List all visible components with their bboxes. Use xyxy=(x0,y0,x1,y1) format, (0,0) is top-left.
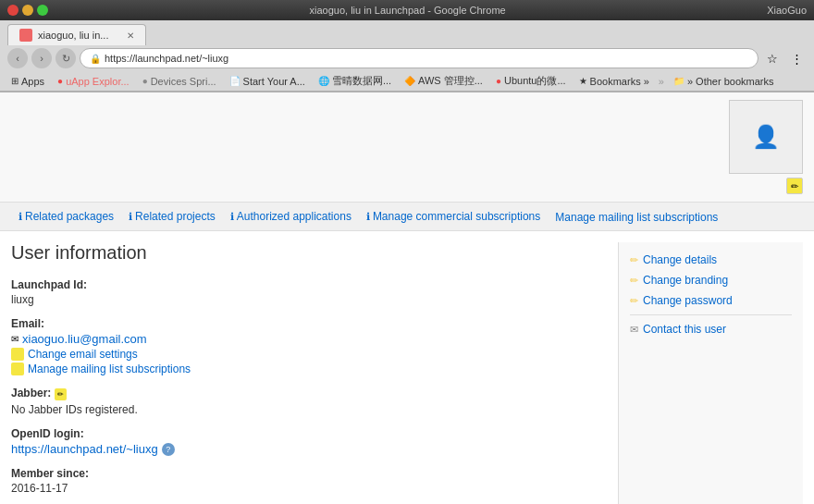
tab-bar: xiaoguo, liu in... ✕ xyxy=(0,20,814,45)
openid-link[interactable]: https://launchpad.net/~liuxg xyxy=(11,442,158,456)
bookmark-snow[interactable]: 🌐 雪晴数据网... xyxy=(314,73,395,89)
edit-avatar-button[interactable]: ✏ xyxy=(786,178,803,194)
jabber-value: No Jabber IDs registered. xyxy=(11,403,599,416)
bookmark-uapp-label: uApp Explor... xyxy=(66,76,130,87)
envelope-icon: ✉ xyxy=(630,324,638,336)
bookmark-devices-label: Devices Spri... xyxy=(151,76,216,87)
jabber-section: Jabber: ✏ No Jabber IDs registered. xyxy=(11,387,599,416)
change-branding-action[interactable]: ✏ Change branding xyxy=(630,274,792,287)
bookmark-snow-label: 雪晴数据网... xyxy=(332,74,391,88)
ubuntu-icon: ● xyxy=(496,76,501,86)
related-packages-label: Related packages xyxy=(25,210,114,223)
related-packages-link[interactable]: ℹ Related packages xyxy=(11,208,121,225)
info-icon-projects: ℹ xyxy=(129,211,132,223)
bookmarks-bar: ⊞ Apps ● uApp Explor... ● Devices Spri..… xyxy=(0,71,814,92)
sidebar-panel: ✏ Change details ✏ Change branding ✏ Cha… xyxy=(618,242,803,504)
bookmark-bookmarks[interactable]: ★ Bookmarks » xyxy=(575,75,653,88)
pencil-icon-branding: ✏ xyxy=(630,275,638,287)
member-since-section: Member since: 2016-11-17 xyxy=(11,467,599,495)
related-projects-link[interactable]: ℹ Related projects xyxy=(121,208,223,225)
pencil-icon-details: ✏ xyxy=(630,254,638,266)
devices-icon: ● xyxy=(142,76,148,86)
openid-section: OpenID login: https://launchpad.net/~liu… xyxy=(11,427,599,456)
forward-button[interactable]: › xyxy=(31,48,52,68)
bookmark-bookmarks-label: Bookmarks » xyxy=(590,76,649,87)
window-controls[interactable] xyxy=(7,5,48,16)
pencil-icon-password: ✏ xyxy=(630,295,638,307)
jabber-label-row: Jabber: ✏ xyxy=(11,387,599,401)
nav-bar: ‹ › ↻ 🔒 https://launchpad.net/~liuxg ☆ ⋮ xyxy=(0,45,814,71)
ssl-lock-icon: 🔒 xyxy=(90,54,101,64)
bookmark-other[interactable]: 📁 » Other bookmarks xyxy=(670,75,778,88)
bookmark-uapp[interactable]: ● uApp Explor... xyxy=(54,75,133,88)
contact-user-action[interactable]: ✉ Contact this user xyxy=(630,323,792,336)
manage-mailing-label: Manage mailing list subscriptions xyxy=(555,211,718,224)
authorized-apps-link[interactable]: ℹ Authorized applications xyxy=(223,208,359,225)
url-text: https://launchpad.net/~liuxg xyxy=(105,53,228,64)
change-details-action[interactable]: ✏ Change details xyxy=(630,253,792,266)
email-section: Email: ✉ xiaoguo.liu@gmail.com ✏ Change … xyxy=(11,317,599,375)
left-panel: User information Launchpad Id: liuxg Ema… xyxy=(11,242,599,504)
change-password-action[interactable]: ✏ Change password xyxy=(630,294,792,307)
change-email-action[interactable]: ✏ Change email settings xyxy=(11,348,599,361)
snow-icon: 🌐 xyxy=(318,76,329,86)
email-value-row: ✉ xiaoguo.liu@gmail.com xyxy=(11,332,599,346)
edit-jabber-button[interactable]: ✏ xyxy=(55,388,67,400)
member-since-value: 2016-11-17 xyxy=(11,482,599,495)
bookmark-ubuntu[interactable]: ● Ubuntu的微... xyxy=(492,73,570,89)
tab-close-button[interactable]: ✕ xyxy=(127,31,134,41)
tab-favicon xyxy=(19,29,32,42)
browser-chrome: xiaoguo, liu in... ✕ ‹ › ↻ 🔒 https://lau… xyxy=(0,20,814,92)
manage-mailing-action[interactable]: ✏ Manage mailing list subscriptions xyxy=(11,363,599,375)
user-avatar: 👤 xyxy=(729,100,803,174)
os-user: XiaoGuo xyxy=(767,5,807,16)
apps-grid-icon: ⊞ xyxy=(11,76,18,86)
bookmark-start[interactable]: 📄 Start Your A... xyxy=(226,75,309,88)
minimize-button[interactable] xyxy=(22,5,33,16)
menu-button[interactable]: ⋮ xyxy=(786,48,807,68)
page-header: 👤 ✏ xyxy=(0,92,814,203)
header-right: 👤 ✏ xyxy=(729,100,803,194)
page-title: User information xyxy=(11,242,599,264)
related-projects-label: Related projects xyxy=(135,210,216,223)
nav-icons: ☆ ⋮ xyxy=(762,48,807,68)
launchpad-id-section: Launchpad Id: liuxg xyxy=(11,278,599,306)
bookmark-aws[interactable]: 🔶 AWS 管理控... xyxy=(401,73,487,89)
star-icon: ★ xyxy=(579,76,587,86)
bookmark-aws-label: AWS 管理控... xyxy=(418,74,483,88)
url-bar[interactable]: 🔒 https://launchpad.net/~liuxg xyxy=(80,48,758,68)
close-button[interactable] xyxy=(7,5,18,16)
bookmark-apps[interactable]: ⊞ Apps xyxy=(7,75,48,88)
manage-commercial-link[interactable]: ℹ Manage commercial subscriptions xyxy=(359,208,548,225)
content-area: User information Launchpad Id: liuxg Ema… xyxy=(0,231,814,504)
email-label-text: Email: xyxy=(11,317,44,330)
jabber-label: Jabber: xyxy=(11,387,51,400)
page: 👤 ✏ ℹ Related packages ℹ Related project… xyxy=(0,92,814,504)
email-label: Email: xyxy=(11,317,599,330)
openid-value-row: https://launchpad.net/~liuxg ? xyxy=(11,442,599,456)
bookmark-start-label: Start Your A... xyxy=(243,76,305,87)
change-branding-label: Change branding xyxy=(643,274,728,287)
bookmark-other-label: » Other bookmarks xyxy=(687,76,774,87)
bookmark-star-button[interactable]: ☆ xyxy=(762,48,783,68)
member-since-label: Member since: xyxy=(11,467,599,480)
main-content: 👤 ✏ ℹ Related packages ℹ Related project… xyxy=(0,92,814,504)
bookmark-devices[interactable]: ● Devices Spri... xyxy=(139,75,220,88)
back-button[interactable]: ‹ xyxy=(7,48,28,68)
active-tab[interactable]: xiaoguo, liu in... ✕ xyxy=(7,24,146,45)
bookmark-apps-label: Apps xyxy=(21,76,44,87)
email-value-link[interactable]: xiaoguo.liu@gmail.com xyxy=(22,332,147,346)
reload-button[interactable]: ↻ xyxy=(56,48,76,68)
openid-help-icon[interactable]: ? xyxy=(162,443,175,456)
maximize-button[interactable] xyxy=(37,5,48,16)
email-envelope-icon: ✉ xyxy=(11,334,18,344)
manage-mailing-action-label: Manage mailing list subscriptions xyxy=(28,363,191,375)
nav-links-bar: ℹ Related packages ℹ Related projects ℹ … xyxy=(0,203,814,231)
authorized-apps-label: Authorized applications xyxy=(237,210,352,223)
pencil-icon-email: ✏ xyxy=(11,348,24,361)
launchpad-id-value: liuxg xyxy=(11,293,599,306)
info-icon-apps: ℹ xyxy=(230,211,234,223)
manage-mailing-link[interactable]: Manage mailing list subscriptions xyxy=(555,211,718,224)
window-title: xiaoguo, liu in Launchpad - Google Chrom… xyxy=(54,5,761,16)
info-icon-commercial: ℹ xyxy=(366,211,370,223)
